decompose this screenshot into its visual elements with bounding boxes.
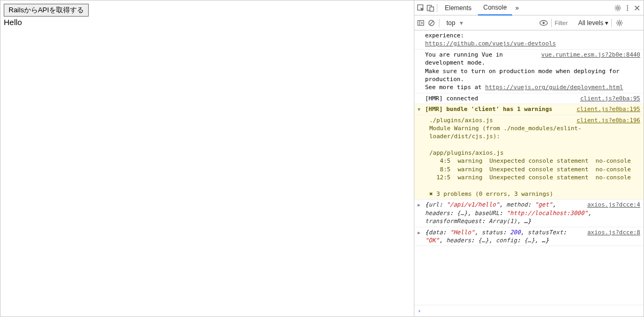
svg-point-22 [543,22,545,24]
svg-line-11 [619,5,620,6]
log-object[interactable]: {data: "Hello", status: 200, statusText:… [425,229,567,244]
devtools-tabs: Elements Console » [414,1,643,15]
svg-point-14 [627,9,628,10]
tab-console[interactable]: Console [478,1,512,15]
devtools-panel: Elements Console » top All levels ▾ [414,1,643,316]
log-entry-warning-group: ▼ client.js?e0ba:195 [HMR] bundle 'clien… [414,104,643,115]
log-source-link[interactable]: client.js?e0ba:95 [580,94,640,102]
live-expression-icon[interactable] [539,19,548,27]
svg-line-10 [616,9,616,10]
svg-rect-17 [418,20,424,25]
separator [551,19,552,27]
filter-input[interactable] [555,20,576,26]
log-text: ✖ 3 problems (0 errors, 3 warnings) [429,191,553,197]
console-prompt: › [414,305,643,316]
log-source-link[interactable]: axios.js?dcce:4 [587,201,640,209]
kebab-menu-icon[interactable] [623,4,632,12]
log-entry-object: ▶ axios.js?dcce:4 {url: "/api/v1/hello",… [414,200,643,227]
log-link[interactable]: https://github.com/vuejs/vue-devtools [425,40,556,47]
log-source-link[interactable]: vue.runtime.esm.js?2b0e:8440 [541,51,640,59]
console-output[interactable]: experience: https://github.com/vuejs/vue… [414,30,643,305]
inspect-element-icon[interactable] [417,4,425,12]
console-input[interactable] [425,307,640,314]
log-entry-warning: client.js?e0ba:196 ./plugins/axios.js Mo… [414,115,643,200]
svg-line-9 [619,9,620,10]
log-text: ./plugins/axios.js [429,117,493,124]
log-entry-object: ▶ axios.js?dcce:8 {data: "Hello", status… [414,227,643,247]
gear-icon[interactable] [614,4,622,12]
log-text: See more tips at [425,84,485,91]
log-text: [HMR] bundle 'client' has 1 warnings [425,106,552,113]
separator [437,4,437,12]
svg-line-31 [621,20,622,21]
svg-rect-2 [430,7,434,11]
context-selector[interactable]: top [443,18,466,28]
device-toggle-icon[interactable] [426,4,435,12]
close-icon[interactable] [633,4,641,12]
svg-point-3 [617,6,619,9]
svg-line-30 [617,24,618,25]
log-text: You are running Vue in [425,51,503,58]
svg-line-20 [430,21,434,25]
separator [611,19,612,27]
disclosure-triangle-icon[interactable]: ▼ [418,106,420,113]
log-text: /app/plugins/axios.js [429,149,504,156]
log-text: Module Warning (from ./node_modules/esli… [429,125,582,140]
log-levels-selector[interactable]: All levels ▾ [578,19,609,27]
app-pane: RailsからAPIを取得する Hello [1,1,414,316]
log-entry: vue.runtime.esm.js?2b0e:8440 You are run… [414,50,643,93]
svg-point-12 [627,5,628,6]
log-entry: client.js?e0ba:95 [HMR] connected [414,93,643,104]
disclosure-triangle-icon[interactable]: ▶ [418,202,420,209]
svg-line-29 [621,24,622,25]
separator [439,19,439,27]
log-text: [HMR] connected [425,95,478,102]
svg-line-8 [616,5,616,6]
log-entry: experience: https://github.com/vuejs/vue… [414,30,643,50]
console-settings-gear-icon[interactable] [615,19,624,27]
log-source-link[interactable]: axios.js?dcce:8 [587,228,640,236]
log-text: 8:5 warning Unexpected console statement… [429,166,631,173]
svg-line-28 [617,20,618,21]
sidebar-toggle-icon[interactable] [417,19,425,27]
tab-more[interactable]: » [513,1,521,15]
log-text: Make sure to turn on production mode whe… [425,68,619,83]
svg-point-23 [618,21,621,23]
prompt-chevron-icon: › [418,307,421,314]
log-object[interactable]: {url: "/api/v1/hello", method: "get", he… [425,201,591,225]
fetch-api-button[interactable]: RailsからAPIを取得する [4,4,89,17]
console-toolbar: top All levels ▾ [414,15,643,30]
log-text: 12:5 warning Unexpected console statemen… [429,174,631,181]
clear-console-icon[interactable] [427,19,436,27]
svg-point-13 [627,7,628,8]
log-text: 4:5 warning Unexpected console statement… [429,157,631,164]
log-source-link[interactable]: client.js?e0ba:196 [577,116,640,124]
log-source-link[interactable]: client.js?e0ba:195 [577,105,640,113]
log-link[interactable]: https://vuejs.org/guide/deployment.html [485,84,623,91]
log-text: development mode. [425,59,485,66]
app-output-text: Hello [4,18,411,27]
log-text: experience: [425,32,464,39]
disclosure-triangle-icon[interactable]: ▶ [418,229,420,236]
tab-elements[interactable]: Elements [439,1,477,15]
